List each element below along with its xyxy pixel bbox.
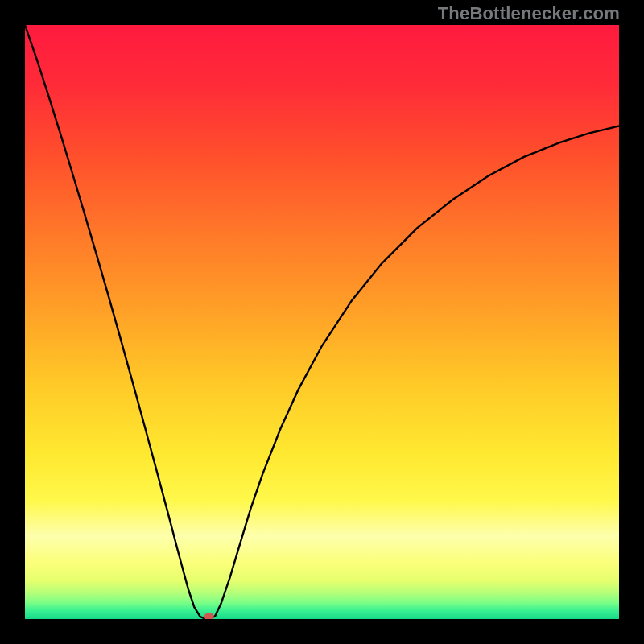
chart-frame: TheBottlenecker.com [0, 0, 644, 644]
gradient-background [25, 25, 619, 619]
plot-area [25, 25, 619, 619]
plot-svg [25, 25, 619, 619]
watermark-text: TheBottlenecker.com [438, 3, 620, 24]
